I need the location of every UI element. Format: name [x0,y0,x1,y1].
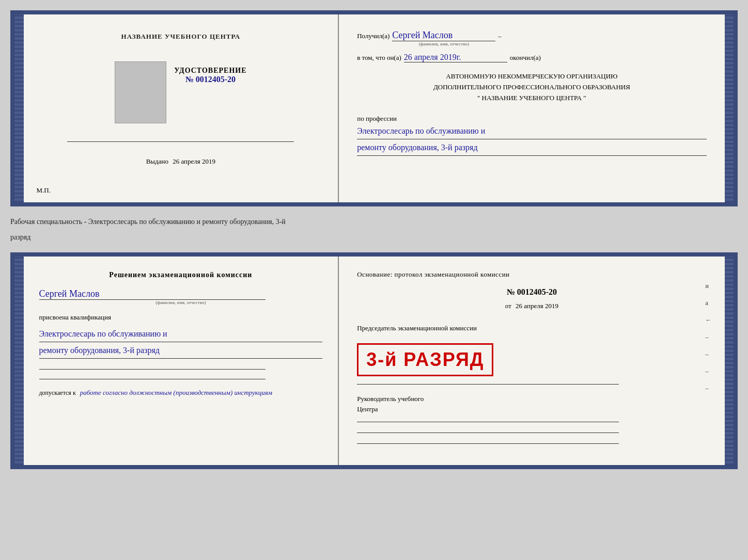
dopuskaetsya-block: допускается к работе согласно должностны… [39,389,323,397]
ot-row: от 26 апреля 2019 [357,302,706,310]
bottom-recipient-name: Сергей Маслов [39,289,323,299]
qual-block: Электрослесарь по обслуживанию и ремонту… [39,326,323,359]
qual-line2: ремонту оборудования, 3-й разряд [39,343,323,359]
top-certificate: НАЗВАНИЕ УЧЕБНОГО ЦЕНТРА УДОСТОВЕРЕНИЕ №… [10,10,738,206]
name-block: Сергей Маслов (фамилия, имя, отчество) [392,30,495,46]
resheniem-title: Решением экзаменационной комиссии [39,269,323,280]
right-spine-top [725,14,734,202]
between-text-line2: разряд [10,230,738,245]
main-line1: АВТОНОМНУЮ НЕКОММЕРЧЕСКУЮ ОРГАНИЗАЦИЮ [357,71,706,82]
poluchil-label: Получил(а) [357,32,389,40]
bottom-cert-left-panel: Решением экзаменационной комиссии Сергей… [24,257,339,465]
stamp-area: 3-й РАЗРЯД [357,341,706,376]
mp-line: М.П. [37,186,51,195]
vydano-date: 26 апреля 2019 [173,157,215,165]
predsedatel-label: Председатель экзаменационной комиссии [357,323,706,333]
ot-date: 26 апреля 2019 [516,302,558,310]
vtom-row: в том, что он(а) 26 апреля 2019г. окончи… [357,53,706,62]
ot-label: от [505,302,511,310]
stamp-big-text: 3-й РАЗРЯД [366,349,484,371]
rukovoditel-text: Руководитель учебного [357,395,424,403]
profession-line1: Электрослесарь по обслуживанию и [357,124,706,139]
bottom-name-sublabel: (фамилия, имя, отчество) [39,300,323,305]
recipient-name: Сергей Маслов [392,30,495,41]
tsentra-text: Центра [357,405,378,413]
mark-4: – [706,333,712,341]
mark-3: ← [706,316,712,324]
bottom-certificate: Решением экзаменационной комиссии Сергей… [10,252,738,469]
right-side-marks: и а ← – – – – [706,282,712,392]
between-text-line1: Рабочая специальность - Электрослесарь п… [10,214,738,230]
profession-block: по профессии Электрослесарь по обслужива… [357,115,706,156]
top-cert-left-panel: НАЗВАНИЕ УЧЕБНОГО ЦЕНТРА УДОСТОВЕРЕНИЕ №… [24,14,339,202]
top-center-title: НАЗВАНИЕ УЧЕБНОГО ЦЕНТРА [121,33,241,41]
main-line2: ДОПОЛНИТЕЛЬНОГО ПРОФЕССИОНАЛЬНОГО ОБРАЗО… [357,82,706,93]
vydano-label: Выдано [146,157,168,165]
name-sublabel: (фамилия, имя, отчество) [392,41,495,46]
main-line3: " НАЗВАНИЕ УЧЕБНОГО ЦЕНТРА " [357,93,706,104]
mark-5: – [706,350,712,358]
document-container: НАЗВАНИЕ УЧЕБНОГО ЦЕНТРА УДОСТОВЕРЕНИЕ №… [10,10,738,469]
qual-line1: Электрослесарь по обслуживанию и [39,327,323,342]
bottom-num: № 0012405-20 [357,287,706,297]
mark-1: и [706,282,712,290]
left-spine [14,14,24,202]
vtom-label: в том, что он(а) [357,54,401,62]
right-spine-bottom [725,257,734,465]
bottom-cert-right-panel: Основание: протокол экзаменационной коми… [339,257,724,465]
left-spine-bottom [14,257,24,465]
dash-label: – [498,32,502,40]
osnovanie-label: Основание: протокол экзаменационной коми… [357,269,706,280]
poluchil-row: Получил(а) Сергей Маслов (фамилия, имя, … [357,30,706,46]
bottom-name-block: Сергей Маслов (фамилия, имя, отчество) [39,289,323,305]
rukovoditel-label: Руководитель учебного Центра [357,394,706,414]
udostoverenie-title: УДОСТОВЕРЕНИЕ [174,67,246,75]
mark-7: – [706,385,712,392]
prisvoena-label: присвоена квалификация [39,313,323,322]
mark-6: – [706,367,712,375]
udostoverenie-num: № 0012405-20 [174,75,246,84]
dopuskaetsya-label: допускается к [39,389,76,396]
stamp-box: 3-й РАЗРЯД [357,343,493,376]
photo-placeholder [115,61,166,123]
between-text-container: Рабочая специальность - Электрослесарь п… [10,212,738,247]
vtom-date: 26 апреля 2019г. [404,53,507,62]
okonchil-label: окончил(а) [510,54,541,62]
main-text-block: АВТОНОМНУЮ НЕКОММЕРЧЕСКУЮ ОРГАНИЗАЦИЮ ДО… [357,71,706,103]
dopusk-text: работе согласно должностным (производств… [80,389,272,396]
udostoverenie-block: УДОСТОВЕРЕНИЕ № 0012405-20 [174,67,246,84]
profession-line2: ремонту оборудования, 3-й разряд [357,140,706,156]
mark-2: а [706,299,712,307]
vydano-line: Выдано 26 апреля 2019 [146,157,215,166]
po-professii-label: по профессии [357,115,706,123]
top-cert-right-panel: Получил(а) Сергей Маслов (фамилия, имя, … [339,14,724,202]
